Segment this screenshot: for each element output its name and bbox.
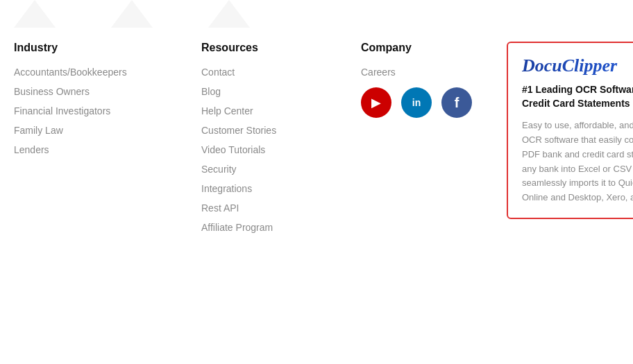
- industry-link-family-law[interactable]: Family Law: [14, 125, 201, 136]
- industry-link-lenders[interactable]: Lenders: [14, 144, 201, 155]
- info-card: DocuClipper #1 Leading OCR Software for …: [507, 42, 633, 219]
- resources-link-security[interactable]: Security: [201, 164, 361, 175]
- docu-clipper-logo: DocuClipper: [522, 55, 633, 76]
- resources-column: Resources Contact Blog Help Center Custo…: [201, 42, 361, 241]
- logo-3: [208, 0, 250, 28]
- resources-heading: Resources: [201, 42, 361, 54]
- industry-link-accountants[interactable]: Accountants/Bookkeepers: [14, 67, 201, 78]
- resources-link-help-center[interactable]: Help Center: [201, 105, 361, 116]
- resources-link-blog[interactable]: Blog: [201, 86, 361, 97]
- main-content-area: Industry Accountants/Bookkeepers Busines…: [0, 42, 633, 241]
- company-link-careers[interactable]: Careers: [361, 67, 500, 78]
- company-column: Company Careers ▶ in f: [361, 42, 500, 118]
- info-card-body: Easy to use, affordable, and automatic O…: [522, 119, 633, 205]
- industry-column: Industry Accountants/Bookkeepers Busines…: [14, 42, 201, 164]
- youtube-icon[interactable]: ▶: [361, 87, 391, 118]
- info-card-heading: #1 Leading OCR Software for Bank & Credi…: [522, 83, 633, 110]
- facebook-icon[interactable]: f: [441, 87, 472, 118]
- industry-heading: Industry: [14, 42, 201, 54]
- linkedin-icon[interactable]: in: [401, 87, 432, 118]
- industry-link-financial-investigators[interactable]: Financial Investigators: [14, 105, 201, 116]
- resources-link-affiliate-program[interactable]: Affiliate Program: [201, 222, 361, 233]
- resources-link-contact[interactable]: Contact: [201, 67, 361, 78]
- resources-link-rest-api[interactable]: Rest API: [201, 202, 361, 214]
- top-logos-row: [0, 0, 633, 42]
- resources-link-video-tutorials[interactable]: Video Tutorials: [201, 144, 361, 155]
- social-icons-group: ▶ in f: [361, 87, 500, 118]
- resources-link-integrations[interactable]: Integrations: [201, 183, 361, 194]
- company-heading: Company: [361, 42, 500, 54]
- industry-link-business-owners[interactable]: Business Owners: [14, 86, 201, 97]
- logo-1: [14, 0, 56, 28]
- logo-2: [111, 0, 153, 28]
- resources-link-customer-stories[interactable]: Customer Stories: [201, 125, 361, 136]
